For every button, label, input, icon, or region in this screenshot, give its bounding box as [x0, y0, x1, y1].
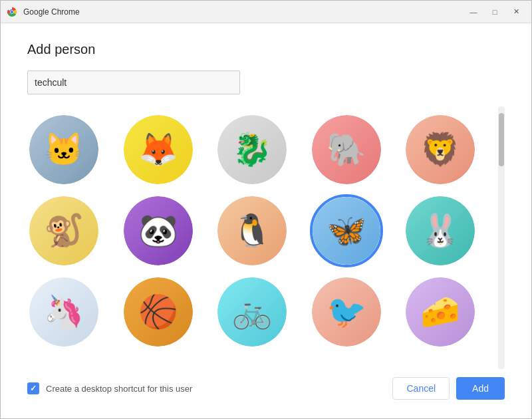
- avatar-item[interactable]: 🏀: [122, 275, 195, 349]
- cancel-button[interactable]: Cancel: [392, 377, 450, 400]
- avatar-item[interactable]: 🐰: [404, 194, 477, 267]
- avatar-circle: 🦁: [406, 115, 475, 184]
- scrollbar-thumb: [499, 113, 504, 166]
- avatar-item[interactable]: 🧀: [404, 275, 477, 349]
- avatar-circle: 🏀: [124, 277, 193, 347]
- avatar-item[interactable]: 🦊: [122, 113, 195, 186]
- avatar-circle: 🦄: [29, 277, 98, 347]
- avatar-circle: 🐉: [217, 115, 287, 184]
- close-button[interactable]: ✕: [506, 3, 526, 21]
- dialog-content: Add person 🐱🦊🐉🐘🦁🐒🐼🐧🦋🐰🦄🏀🚲🐦🧀 ✓ Create a de…: [1, 23, 531, 418]
- window-title: Google Chrome: [23, 7, 464, 17]
- title-bar: Google Chrome — □ ✕: [1, 1, 531, 23]
- avatar-circle: 🐰: [406, 196, 475, 265]
- avatar-grid: 🐱🦊🐉🐘🦁🐒🐼🐧🦋🐰🦄🏀🚲🐦🧀: [27, 106, 490, 355]
- avatar-item[interactable]: 🐦: [310, 275, 383, 349]
- action-buttons: Cancel Add: [392, 377, 505, 400]
- avatar-circle: 🐧: [217, 196, 287, 265]
- avatar-item[interactable]: 🐒: [27, 194, 100, 267]
- dialog-title: Add person: [27, 42, 505, 57]
- checkmark-icon: ✓: [30, 384, 37, 393]
- avatar-item[interactable]: 🐱: [27, 113, 100, 186]
- svg-point-2: [11, 10, 13, 13]
- footer: ✓ Create a desktop shortcut for this use…: [27, 369, 505, 405]
- avatar-item[interactable]: 🐘: [310, 113, 383, 186]
- window: Google Chrome — □ ✕ Add person 🐱🦊🐉🐘🦁🐒🐼🐧🦋…: [0, 0, 532, 419]
- avatar-item[interactable]: 🦁: [404, 113, 477, 186]
- avatar-circle: 🐘: [312, 115, 381, 184]
- avatar-circle: 🦋: [313, 197, 380, 265]
- avatar-item[interactable]: 🐉: [215, 113, 289, 186]
- name-input[interactable]: [27, 70, 240, 94]
- avatar-item[interactable]: 🚲: [215, 275, 289, 349]
- avatar-circle: 🧀: [406, 277, 475, 347]
- avatar-item[interactable]: 🦄: [27, 275, 100, 349]
- checkbox-label: Create a desktop shortcut for this user: [46, 384, 192, 394]
- avatar-item[interactable]: 🐧: [215, 194, 289, 267]
- window-controls: — □ ✕: [464, 3, 526, 21]
- avatar-circle: 🐦: [312, 277, 381, 347]
- add-button[interactable]: Add: [456, 377, 505, 400]
- avatar-circle: 🐒: [29, 196, 98, 265]
- minimize-button[interactable]: —: [464, 3, 483, 21]
- avatar-grid-container[interactable]: 🐱🦊🐉🐘🦁🐒🐼🐧🦋🐰🦄🏀🚲🐦🧀: [27, 106, 495, 369]
- desktop-shortcut-checkbox[interactable]: ✓: [27, 382, 39, 394]
- chrome-icon: [6, 6, 18, 18]
- avatar-item[interactable]: 🦋: [310, 194, 383, 267]
- avatar-area: 🐱🦊🐉🐘🦁🐒🐼🐧🦋🐰🦄🏀🚲🐦🧀: [27, 106, 505, 369]
- avatar-circle: 🐱: [29, 115, 98, 184]
- avatar-circle: 🦊: [124, 115, 193, 184]
- avatar-item[interactable]: 🐼: [122, 194, 195, 267]
- checkbox-area: ✓ Create a desktop shortcut for this use…: [27, 382, 392, 394]
- scrollbar-track[interactable]: [498, 106, 505, 369]
- avatar-circle: 🐼: [124, 196, 193, 265]
- maximize-button[interactable]: □: [485, 3, 505, 21]
- avatar-circle: 🚲: [217, 277, 287, 347]
